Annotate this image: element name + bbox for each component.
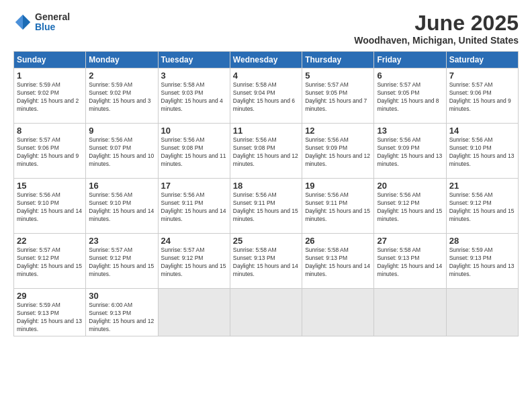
- day-4: 4 Sunrise: 5:58 AMSunset: 9:04 PMDayligh…: [230, 68, 302, 124]
- day-number-18: 18: [233, 181, 299, 191]
- day-info-26: Sunrise: 5:58 AMSunset: 9:13 PMDaylight:…: [305, 246, 371, 279]
- svg-marker-1: [15, 15, 23, 30]
- day-info-9: Sunrise: 5:56 AMSunset: 9:07 PMDaylight:…: [89, 136, 154, 169]
- day-29: 29 Sunrise: 5:59 AMSunset: 9:13 PMDaylig…: [14, 289, 86, 336]
- day-27: 27 Sunrise: 5:58 AMSunset: 9:13 PMDaylig…: [374, 234, 446, 289]
- day-info-13: Sunrise: 5:56 AMSunset: 9:09 PMDaylight:…: [377, 136, 443, 169]
- week-row-5: 29 Sunrise: 5:59 AMSunset: 9:13 PMDaylig…: [14, 289, 519, 336]
- day-number-5: 5: [305, 71, 371, 81]
- day-8: 8 Sunrise: 5:57 AMSunset: 9:06 PMDayligh…: [14, 124, 86, 179]
- day-15: 15 Sunrise: 5:56 AMSunset: 9:10 PMDaylig…: [14, 179, 86, 234]
- day-number-26: 26: [305, 236, 371, 246]
- day-info-29: Sunrise: 5:59 AMSunset: 9:13 PMDaylight:…: [17, 302, 83, 334]
- day-number-27: 27: [377, 236, 443, 246]
- day-25: 25 Sunrise: 5:58 AMSunset: 9:13 PMDaylig…: [230, 234, 302, 289]
- day-info-4: Sunrise: 5:58 AMSunset: 9:04 PMDaylight:…: [233, 81, 299, 113]
- day-28: 28 Sunrise: 5:59 AMSunset: 9:13 PMDaylig…: [446, 234, 518, 289]
- day-info-10: Sunrise: 5:56 AMSunset: 9:08 PMDaylight:…: [161, 136, 227, 169]
- day-info-18: Sunrise: 5:56 AMSunset: 9:11 PMDaylight:…: [233, 191, 299, 224]
- weekday-header-row: Sunday Monday Tuesday Wednesday Thursday…: [14, 52, 519, 68]
- header-tuesday: Tuesday: [158, 52, 230, 68]
- month-title: June 2025: [354, 12, 519, 34]
- day-20: 20 Sunrise: 5:56 AMSunset: 9:12 PMDaylig…: [374, 179, 446, 234]
- day-number-20: 20: [377, 181, 443, 191]
- calendar-table: Sunday Monday Tuesday Wednesday Thursday…: [13, 51, 519, 336]
- empty-cell-4: [374, 289, 446, 336]
- day-number-16: 16: [89, 181, 154, 191]
- day-number-23: 23: [89, 236, 154, 246]
- header-sunday: Sunday: [14, 52, 86, 68]
- day-info-15: Sunrise: 5:56 AMSunset: 9:10 PMDaylight:…: [17, 191, 83, 224]
- day-21: 21 Sunrise: 5:56 AMSunset: 9:12 PMDaylig…: [446, 179, 518, 234]
- day-number-30: 30: [89, 291, 154, 301]
- day-3: 3 Sunrise: 5:58 AMSunset: 9:03 PMDayligh…: [158, 68, 230, 124]
- day-13: 13 Sunrise: 5:56 AMSunset: 9:09 PMDaylig…: [374, 124, 446, 179]
- day-info-20: Sunrise: 5:56 AMSunset: 9:12 PMDaylight:…: [377, 191, 443, 224]
- day-10: 10 Sunrise: 5:56 AMSunset: 9:08 PMDaylig…: [158, 124, 230, 179]
- day-info-6: Sunrise: 5:57 AMSunset: 9:05 PMDaylight:…: [377, 81, 443, 113]
- day-number-15: 15: [17, 181, 83, 191]
- day-number-1: 1: [17, 71, 83, 81]
- week-row-2: 8 Sunrise: 5:57 AMSunset: 9:06 PMDayligh…: [14, 124, 519, 179]
- day-26: 26 Sunrise: 5:58 AMSunset: 9:13 PMDaylig…: [302, 234, 374, 289]
- day-info-7: Sunrise: 5:57 AMSunset: 9:06 PMDaylight:…: [449, 81, 515, 113]
- day-info-11: Sunrise: 5:56 AMSunset: 9:08 PMDaylight:…: [233, 136, 299, 169]
- day-23: 23 Sunrise: 5:57 AMSunset: 9:12 PMDaylig…: [86, 234, 158, 289]
- page: General Blue June 2025 Woodhaven, Michig…: [0, 0, 532, 411]
- empty-cell-3: [302, 289, 374, 336]
- day-info-28: Sunrise: 5:59 AMSunset: 9:13 PMDaylight:…: [449, 246, 515, 279]
- day-number-8: 8: [17, 126, 83, 136]
- day-12: 12 Sunrise: 5:56 AMSunset: 9:09 PMDaylig…: [302, 124, 374, 179]
- day-number-9: 9: [89, 126, 154, 136]
- day-16: 16 Sunrise: 5:56 AMSunset: 9:10 PMDaylig…: [86, 179, 158, 234]
- day-number-22: 22: [17, 236, 83, 246]
- logo-blue: Blue: [35, 22, 70, 32]
- header: General Blue June 2025 Woodhaven, Michig…: [13, 12, 519, 46]
- day-number-12: 12: [305, 126, 371, 136]
- day-19: 19 Sunrise: 5:56 AMSunset: 9:11 PMDaylig…: [302, 179, 374, 234]
- day-number-28: 28: [449, 236, 515, 246]
- logo-general: General: [35, 12, 70, 22]
- day-9: 9 Sunrise: 5:56 AMSunset: 9:07 PMDayligh…: [86, 124, 158, 179]
- day-info-23: Sunrise: 5:57 AMSunset: 9:12 PMDaylight:…: [89, 246, 154, 279]
- empty-cell-1: [158, 289, 230, 336]
- day-info-14: Sunrise: 5:56 AMSunset: 9:10 PMDaylight:…: [449, 136, 515, 169]
- svg-marker-0: [23, 15, 30, 30]
- day-info-17: Sunrise: 5:56 AMSunset: 9:11 PMDaylight:…: [161, 191, 227, 224]
- day-number-4: 4: [233, 71, 299, 81]
- logo: General Blue: [13, 12, 70, 33]
- day-number-29: 29: [17, 291, 83, 301]
- day-number-6: 6: [377, 71, 443, 81]
- day-24: 24 Sunrise: 5:57 AMSunset: 9:12 PMDaylig…: [158, 234, 230, 289]
- day-number-10: 10: [161, 126, 227, 136]
- day-info-3: Sunrise: 5:58 AMSunset: 9:03 PMDaylight:…: [161, 81, 227, 113]
- day-info-16: Sunrise: 5:56 AMSunset: 9:10 PMDaylight:…: [89, 191, 154, 224]
- day-22: 22 Sunrise: 5:57 AMSunset: 9:12 PMDaylig…: [14, 234, 86, 289]
- day-11: 11 Sunrise: 5:56 AMSunset: 9:08 PMDaylig…: [230, 124, 302, 179]
- day-number-24: 24: [161, 236, 227, 246]
- day-1: 1 Sunrise: 5:59 AMSunset: 9:02 PMDayligh…: [14, 68, 86, 124]
- day-number-19: 19: [305, 181, 371, 191]
- day-info-30: Sunrise: 6:00 AMSunset: 9:13 PMDaylight:…: [89, 302, 154, 334]
- title-area: June 2025 Woodhaven, Michigan, United St…: [354, 12, 519, 46]
- header-saturday: Saturday: [446, 52, 518, 68]
- day-info-19: Sunrise: 5:56 AMSunset: 9:11 PMDaylight:…: [305, 191, 371, 224]
- day-info-25: Sunrise: 5:58 AMSunset: 9:13 PMDaylight:…: [233, 246, 299, 279]
- week-row-4: 22 Sunrise: 5:57 AMSunset: 9:12 PMDaylig…: [14, 234, 519, 289]
- logo-text: General Blue: [35, 12, 70, 33]
- day-17: 17 Sunrise: 5:56 AMSunset: 9:11 PMDaylig…: [158, 179, 230, 234]
- header-friday: Friday: [374, 52, 446, 68]
- day-5: 5 Sunrise: 5:57 AMSunset: 9:05 PMDayligh…: [302, 68, 374, 124]
- day-number-3: 3: [161, 71, 227, 81]
- day-info-8: Sunrise: 5:57 AMSunset: 9:06 PMDaylight:…: [17, 136, 83, 169]
- header-thursday: Thursday: [302, 52, 374, 68]
- day-18: 18 Sunrise: 5:56 AMSunset: 9:11 PMDaylig…: [230, 179, 302, 234]
- day-number-13: 13: [377, 126, 443, 136]
- day-info-12: Sunrise: 5:56 AMSunset: 9:09 PMDaylight:…: [305, 136, 371, 169]
- day-info-21: Sunrise: 5:56 AMSunset: 9:12 PMDaylight:…: [449, 191, 515, 224]
- day-14: 14 Sunrise: 5:56 AMSunset: 9:10 PMDaylig…: [446, 124, 518, 179]
- day-number-17: 17: [161, 181, 227, 191]
- week-row-3: 15 Sunrise: 5:56 AMSunset: 9:10 PMDaylig…: [14, 179, 519, 234]
- day-info-1: Sunrise: 5:59 AMSunset: 9:02 PMDaylight:…: [17, 81, 83, 113]
- day-number-14: 14: [449, 126, 515, 136]
